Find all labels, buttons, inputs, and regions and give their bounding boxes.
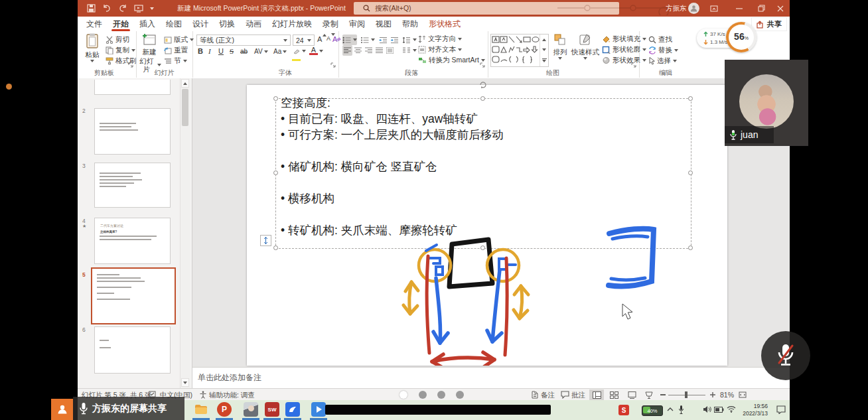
notes-toggle-button[interactable]: 备注 (541, 389, 555, 401)
start-slideshow-icon[interactable] (134, 4, 143, 13)
thumbnail-slide-3[interactable] (94, 163, 171, 208)
scrollbar-down-button[interactable] (181, 378, 189, 387)
layout-button[interactable]: 版式 (164, 35, 194, 45)
section-button[interactable]: 节 (164, 56, 187, 66)
underline-button[interactable]: U (218, 47, 224, 55)
decrease-indent-button[interactable] (379, 35, 388, 45)
columns-button[interactable] (402, 45, 417, 56)
tray-expand-icon[interactable] (667, 407, 674, 412)
fit-to-window-icon[interactable] (739, 391, 747, 399)
meeting-dot-1[interactable] (399, 391, 407, 399)
thumbnail-slide-6[interactable] (94, 326, 171, 374)
align-center-button[interactable] (354, 45, 362, 56)
font-size-combo[interactable]: 24 (293, 35, 315, 46)
zoom-slider-thumb[interactable] (685, 391, 687, 398)
dialog-launcher-icon[interactable] (631, 62, 637, 68)
accessibility-status[interactable]: 辅助功能: 调查 (209, 389, 255, 401)
ribbon-tab[interactable]: 帮助 (397, 17, 423, 31)
justify-button[interactable] (376, 45, 383, 56)
dialog-launcher-icon[interactable] (330, 62, 336, 68)
zoom-out-button[interactable] (660, 394, 666, 395)
font-family-combo[interactable]: 等线 (正文) (196, 35, 291, 46)
accessibility-icon[interactable] (199, 391, 207, 399)
bold-button[interactable]: B (198, 47, 203, 55)
dialog-launcher-icon[interactable] (480, 62, 486, 68)
select-button[interactable]: 选择 (648, 56, 677, 66)
notes-pane[interactable]: 单击此处添加备注 (192, 367, 790, 389)
character-spacing-button[interactable]: AV (254, 48, 268, 55)
comments-button[interactable]: 批注 (571, 389, 585, 401)
ribbon-tab[interactable]: 开始 (108, 17, 134, 31)
align-text-button[interactable]: 对齐文本 (418, 44, 462, 55)
share-indicator-app-icon[interactable] (51, 399, 73, 420)
thumbnail-scrollbar[interactable] (180, 78, 190, 388)
scrollbar-thumb[interactable] (182, 89, 188, 126)
align-left-button[interactable] (342, 45, 352, 56)
photo-app-icon[interactable] (244, 402, 258, 417)
screen-share-banner[interactable]: 方振东的屏幕共享 (73, 397, 184, 420)
view-reading-button[interactable] (624, 389, 639, 400)
minimize-button[interactable] (730, 0, 749, 17)
thumbnail-slide-5-selected[interactable] (91, 267, 176, 324)
tray-wifi-icon[interactable] (727, 405, 736, 413)
ribbon-tab[interactable]: 幻灯片放映 (267, 17, 317, 31)
text-direction-button[interactable]: 文字方向 (418, 34, 462, 44)
mute-toggle-button[interactable] (761, 331, 810, 380)
zoom-in-button[interactable] (709, 391, 716, 398)
action-center-icon[interactable] (776, 405, 786, 414)
highlight-color-button[interactable] (292, 46, 306, 61)
file-explorer-icon[interactable] (194, 402, 208, 417)
meeting-app-icon[interactable] (285, 402, 300, 417)
tray-battery-icon[interactable] (714, 407, 724, 413)
increase-indent-button[interactable] (390, 35, 399, 45)
tray-microphone-icon[interactable] (678, 405, 684, 415)
replace-button[interactable]: 替换 (648, 45, 678, 56)
share-button[interactable]: 共享 (751, 17, 787, 31)
tray-volume-icon[interactable] (703, 405, 711, 413)
thumbnail-slide-1[interactable] (94, 80, 171, 95)
ribbon-tab[interactable]: 审阅 (344, 17, 370, 31)
view-sorter-button[interactable] (607, 389, 621, 400)
sogou-input-icon[interactable]: S (618, 405, 629, 415)
bullets-button[interactable] (342, 35, 357, 45)
change-case-button[interactable]: Aa (273, 48, 287, 55)
ribbon-tab[interactable]: 文件 (81, 17, 108, 31)
video-player-icon[interactable] (311, 402, 326, 417)
distribute-button[interactable] (386, 45, 394, 56)
ribbon-tab[interactable]: 形状格式 (423, 17, 466, 31)
ribbon-tab[interactable]: 录制 (317, 17, 344, 31)
align-right-button[interactable] (365, 45, 372, 56)
battery-widget[interactable]: 40% (642, 405, 663, 416)
shape-gallery-scroll[interactable] (540, 35, 548, 66)
quick-styles-button[interactable]: 快速样式 (571, 33, 599, 60)
view-slideshow-button[interactable] (642, 389, 656, 400)
solidworks-icon[interactable]: SW (265, 402, 279, 417)
account-avatar[interactable] (688, 3, 699, 14)
meeting-dot-4[interactable] (456, 391, 464, 399)
reset-button[interactable]: 重置 (164, 45, 188, 56)
grow-font-button[interactable]: A (317, 35, 326, 43)
view-normal-button[interactable] (589, 389, 604, 400)
meeting-dot-2[interactable] (419, 391, 427, 399)
scrollbar-up-button[interactable] (181, 79, 189, 88)
participant-video-tile[interactable]: juan (725, 60, 808, 146)
strike-ab-button[interactable]: ab (240, 48, 248, 55)
ribbon-tab[interactable]: 插入 (134, 17, 161, 31)
shape-gallery[interactable] (490, 34, 549, 67)
find-button[interactable]: 查找 (648, 35, 672, 45)
paste-button[interactable]: 粘贴 (80, 33, 104, 62)
copy-button[interactable]: 复制 (106, 45, 135, 56)
ribbon-tab[interactable]: 设计 (187, 17, 214, 31)
thumbnail-slide-2[interactable] (94, 108, 171, 155)
convert-smartart-button[interactable]: 转换为 SmartArt (418, 55, 485, 66)
italic-button[interactable]: I (208, 47, 211, 55)
powerpoint-taskbar-icon[interactable]: P (217, 402, 232, 417)
redo-icon[interactable] (118, 4, 127, 13)
ribbon-tab[interactable]: 视图 (370, 17, 397, 31)
undo-icon[interactable] (102, 4, 111, 13)
strikethrough-button[interactable]: S (230, 47, 234, 55)
new-slide-button[interactable]: 新建 幻灯片 (137, 33, 161, 73)
restore-button[interactable] (752, 0, 770, 17)
account-name[interactable]: 方振东 (666, 0, 687, 17)
dialog-launcher-icon[interactable] (128, 62, 134, 68)
